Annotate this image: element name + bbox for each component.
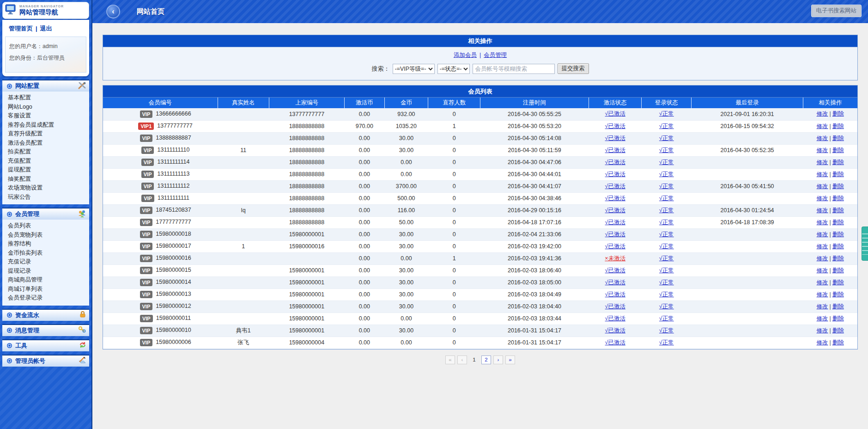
edit-link[interactable]: 修改 — [817, 135, 828, 141]
sidebar-item[interactable]: 基本配置 — [8, 94, 31, 101]
search-input[interactable] — [473, 64, 555, 74]
delete-link[interactable]: 删除 — [832, 255, 844, 262]
login-status-link[interactable]: √正常 — [659, 159, 674, 165]
activated-status-link[interactable]: √已激活 — [605, 195, 625, 202]
edit-link[interactable]: 修改 — [817, 243, 828, 250]
sidebar-item[interactable]: 直荐升级配置 — [8, 130, 42, 137]
add-member-link[interactable]: 添加会员 — [454, 52, 477, 58]
login-status-link[interactable]: √正常 — [659, 195, 674, 202]
activated-status-link[interactable]: √已激活 — [605, 110, 625, 117]
member-manage-link[interactable]: 会员管理 — [484, 52, 507, 58]
edit-link[interactable]: 修改 — [817, 123, 828, 129]
status-select[interactable]: -=状态=- — [437, 64, 470, 74]
delete-link[interactable]: 删除 — [832, 231, 844, 238]
not-activated-status-link[interactable]: ×未激活 — [605, 255, 625, 262]
sidebar-item[interactable]: 农场宠物设置 — [8, 184, 42, 191]
delete-link[interactable]: 删除 — [832, 303, 844, 310]
sidebar-item[interactable]: 推荐会员提成配置 — [8, 122, 54, 128]
edit-link[interactable]: 修改 — [817, 339, 828, 346]
login-status-link[interactable]: √正常 — [659, 291, 674, 298]
sidebar-section-header[interactable]: 管理员帐号 — [2, 355, 89, 367]
activated-status-link[interactable]: √已激活 — [605, 267, 625, 274]
login-status-link[interactable]: √正常 — [659, 267, 674, 274]
login-status-link[interactable]: √正常 — [659, 171, 674, 178]
sidebar-item[interactable]: 会员登录记录 — [8, 294, 42, 301]
edit-link[interactable]: 修改 — [817, 279, 828, 286]
sidebar-item[interactable]: 商城订单列表 — [8, 286, 42, 292]
login-status-link[interactable]: √正常 — [659, 243, 674, 250]
login-status-link[interactable]: √正常 — [659, 147, 674, 153]
sidebar-item[interactable]: 激活会员配置 — [8, 140, 42, 146]
sidebar-section-header[interactable]: 网站配置 — [2, 80, 89, 92]
activated-status-link[interactable]: √已激活 — [605, 327, 625, 334]
logout-link[interactable]: 退出 — [40, 25, 52, 32]
floating-side-tab[interactable] — [862, 227, 868, 261]
edit-link[interactable]: 修改 — [817, 147, 828, 153]
sidebar-item[interactable]: 提现配置 — [8, 166, 31, 173]
submit-search-button[interactable]: 提交搜索 — [558, 63, 589, 74]
sidebar-item[interactable]: 充值配置 — [8, 158, 31, 164]
sidebar-item[interactable]: 提现记录 — [8, 268, 31, 274]
edit-link[interactable]: 修改 — [817, 159, 828, 165]
sidebar-item[interactable]: 充值记录 — [8, 258, 31, 265]
activated-status-link[interactable]: √已激活 — [605, 183, 625, 190]
activated-status-link[interactable]: √已激活 — [605, 135, 625, 141]
edit-link[interactable]: 修改 — [817, 255, 828, 262]
login-status-link[interactable]: √正常 — [659, 339, 674, 346]
activated-status-link[interactable]: √已激活 — [605, 339, 625, 346]
delete-link[interactable]: 删除 — [832, 171, 844, 178]
sidebar-section-header[interactable]: 消息管理 — [2, 324, 89, 336]
login-status-link[interactable]: √正常 — [659, 183, 674, 190]
delete-link[interactable]: 删除 — [832, 110, 844, 117]
login-status-link[interactable]: √正常 — [659, 231, 674, 238]
login-status-link[interactable]: √正常 — [659, 327, 674, 334]
admin-home-link[interactable]: 管理首页 — [9, 25, 33, 32]
sidebar-item[interactable]: 商城商品管理 — [8, 276, 42, 283]
edit-link[interactable]: 修改 — [817, 231, 828, 238]
page-button-2[interactable]: 2 — [481, 355, 491, 364]
delete-link[interactable]: 删除 — [832, 243, 844, 250]
edit-link[interactable]: 修改 — [817, 171, 828, 178]
delete-link[interactable]: 删除 — [832, 291, 844, 298]
delete-link[interactable]: 删除 — [832, 219, 844, 226]
activated-status-link[interactable]: √已激活 — [605, 303, 625, 310]
back-button[interactable]: ‹ — [106, 5, 120, 18]
activated-status-link[interactable]: √已激活 — [605, 171, 625, 178]
activated-status-link[interactable]: √已激活 — [605, 243, 625, 250]
sidebar-section-header[interactable]: 资金流水 — [2, 309, 89, 321]
page-button-›[interactable]: › — [493, 355, 503, 364]
edit-link[interactable]: 修改 — [817, 327, 828, 334]
login-status-link[interactable]: √正常 — [659, 123, 674, 129]
sidebar-item[interactable]: 客服设置 — [8, 112, 31, 119]
edit-link[interactable]: 修改 — [817, 207, 828, 214]
login-status-link[interactable]: √正常 — [659, 279, 674, 286]
activated-status-link[interactable]: √已激活 — [605, 315, 625, 322]
login-status-link[interactable]: √正常 — [659, 207, 674, 214]
edit-link[interactable]: 修改 — [817, 291, 828, 298]
edit-link[interactable]: 修改 — [817, 183, 828, 190]
sidebar-section-header[interactable]: 工具 — [2, 339, 89, 351]
activated-status-link[interactable]: √已激活 — [605, 219, 625, 226]
delete-link[interactable]: 删除 — [832, 147, 844, 153]
sidebar-item[interactable]: 会员列表 — [8, 222, 31, 229]
delete-link[interactable]: 删除 — [832, 315, 844, 322]
delete-link[interactable]: 删除 — [832, 207, 844, 214]
sidebar-item[interactable]: 推荐结构 — [8, 240, 31, 247]
activated-status-link[interactable]: √已激活 — [605, 123, 625, 129]
activated-status-link[interactable]: √已激活 — [605, 279, 625, 286]
sidebar-item[interactable]: 玩家公告 — [8, 194, 31, 200]
sidebar-item[interactable]: 拍卖配置 — [8, 148, 31, 155]
sidebar-item[interactable]: 网站Logo — [8, 104, 32, 110]
login-status-link[interactable]: √正常 — [659, 303, 674, 310]
activated-status-link[interactable]: √已激活 — [605, 207, 625, 214]
delete-link[interactable]: 删除 — [832, 159, 844, 165]
delete-link[interactable]: 删除 — [832, 195, 844, 202]
sidebar-item[interactable]: 金币拍卖列表 — [8, 250, 42, 256]
sidebar-item[interactable]: 抽奖配置 — [8, 176, 31, 182]
edit-link[interactable]: 修改 — [817, 267, 828, 274]
login-status-link[interactable]: √正常 — [659, 219, 674, 226]
edit-link[interactable]: 修改 — [817, 195, 828, 202]
delete-link[interactable]: 删除 — [832, 267, 844, 274]
sidebar-section-header[interactable]: 会员管理 — [2, 208, 89, 220]
sidebar-item[interactable]: 会员宠物列表 — [8, 232, 42, 238]
